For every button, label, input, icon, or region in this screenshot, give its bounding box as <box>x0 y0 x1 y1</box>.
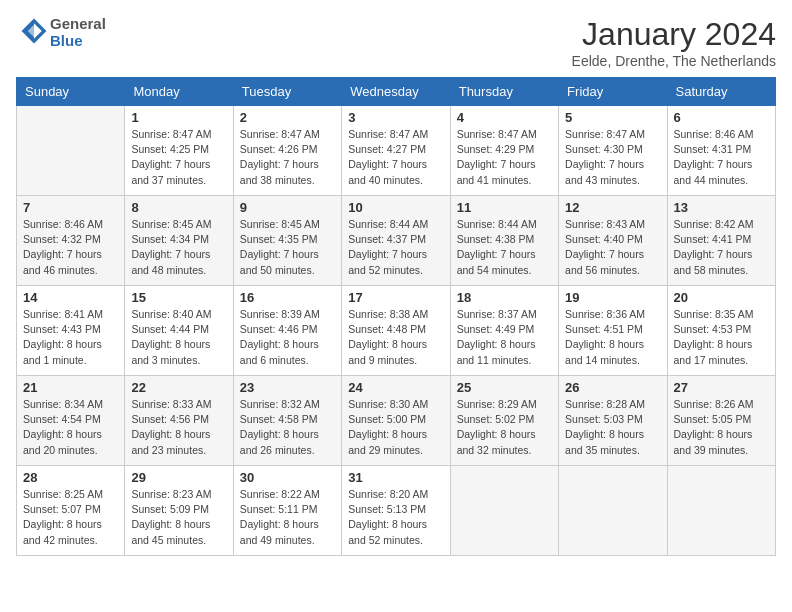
month-title: January 2024 <box>572 16 776 53</box>
calendar-cell: 6Sunrise: 8:46 AMSunset: 4:31 PMDaylight… <box>667 106 775 196</box>
weekday-header-monday: Monday <box>125 78 233 106</box>
day-info: Sunrise: 8:47 AMSunset: 4:29 PMDaylight:… <box>457 127 552 188</box>
day-info: Sunrise: 8:35 AMSunset: 4:53 PMDaylight:… <box>674 307 769 368</box>
calendar-cell: 22Sunrise: 8:33 AMSunset: 4:56 PMDayligh… <box>125 376 233 466</box>
day-number: 27 <box>674 380 769 395</box>
calendar-cell: 3Sunrise: 8:47 AMSunset: 4:27 PMDaylight… <box>342 106 450 196</box>
weekday-header-friday: Friday <box>559 78 667 106</box>
day-info: Sunrise: 8:37 AMSunset: 4:49 PMDaylight:… <box>457 307 552 368</box>
calendar-cell: 9Sunrise: 8:45 AMSunset: 4:35 PMDaylight… <box>233 196 341 286</box>
page-header: General Blue January 2024 Eelde, Drenthe… <box>16 16 776 69</box>
calendar-cell: 20Sunrise: 8:35 AMSunset: 4:53 PMDayligh… <box>667 286 775 376</box>
calendar-cell: 24Sunrise: 8:30 AMSunset: 5:00 PMDayligh… <box>342 376 450 466</box>
calendar-week-row: 7Sunrise: 8:46 AMSunset: 4:32 PMDaylight… <box>17 196 776 286</box>
day-number: 14 <box>23 290 118 305</box>
day-number: 16 <box>240 290 335 305</box>
calendar-cell: 16Sunrise: 8:39 AMSunset: 4:46 PMDayligh… <box>233 286 341 376</box>
day-number: 21 <box>23 380 118 395</box>
day-number: 12 <box>565 200 660 215</box>
calendar-cell: 25Sunrise: 8:29 AMSunset: 5:02 PMDayligh… <box>450 376 558 466</box>
calendar-cell: 29Sunrise: 8:23 AMSunset: 5:09 PMDayligh… <box>125 466 233 556</box>
calendar-cell: 2Sunrise: 8:47 AMSunset: 4:26 PMDaylight… <box>233 106 341 196</box>
day-info: Sunrise: 8:38 AMSunset: 4:48 PMDaylight:… <box>348 307 443 368</box>
calendar-cell: 1Sunrise: 8:47 AMSunset: 4:25 PMDaylight… <box>125 106 233 196</box>
logo: General Blue <box>16 16 106 49</box>
day-number: 8 <box>131 200 226 215</box>
day-info: Sunrise: 8:28 AMSunset: 5:03 PMDaylight:… <box>565 397 660 458</box>
day-number: 13 <box>674 200 769 215</box>
day-info: Sunrise: 8:30 AMSunset: 5:00 PMDaylight:… <box>348 397 443 458</box>
calendar-cell <box>667 466 775 556</box>
calendar-cell <box>17 106 125 196</box>
day-info: Sunrise: 8:29 AMSunset: 5:02 PMDaylight:… <box>457 397 552 458</box>
title-block: January 2024 Eelde, Drenthe, The Netherl… <box>572 16 776 69</box>
calendar-week-row: 14Sunrise: 8:41 AMSunset: 4:43 PMDayligh… <box>17 286 776 376</box>
day-info: Sunrise: 8:34 AMSunset: 4:54 PMDaylight:… <box>23 397 118 458</box>
calendar-cell: 15Sunrise: 8:40 AMSunset: 4:44 PMDayligh… <box>125 286 233 376</box>
day-number: 7 <box>23 200 118 215</box>
day-number: 19 <box>565 290 660 305</box>
calendar-table: SundayMondayTuesdayWednesdayThursdayFrid… <box>16 77 776 556</box>
day-info: Sunrise: 8:44 AMSunset: 4:37 PMDaylight:… <box>348 217 443 278</box>
day-number: 23 <box>240 380 335 395</box>
day-info: Sunrise: 8:26 AMSunset: 5:05 PMDaylight:… <box>674 397 769 458</box>
calendar-cell: 14Sunrise: 8:41 AMSunset: 4:43 PMDayligh… <box>17 286 125 376</box>
day-info: Sunrise: 8:25 AMSunset: 5:07 PMDaylight:… <box>23 487 118 548</box>
day-info: Sunrise: 8:20 AMSunset: 5:13 PMDaylight:… <box>348 487 443 548</box>
calendar-cell: 13Sunrise: 8:42 AMSunset: 4:41 PMDayligh… <box>667 196 775 286</box>
logo-blue: Blue <box>50 33 106 50</box>
calendar-cell: 18Sunrise: 8:37 AMSunset: 4:49 PMDayligh… <box>450 286 558 376</box>
day-info: Sunrise: 8:45 AMSunset: 4:35 PMDaylight:… <box>240 217 335 278</box>
calendar-cell <box>559 466 667 556</box>
calendar-cell: 7Sunrise: 8:46 AMSunset: 4:32 PMDaylight… <box>17 196 125 286</box>
calendar-cell: 12Sunrise: 8:43 AMSunset: 4:40 PMDayligh… <box>559 196 667 286</box>
day-info: Sunrise: 8:47 AMSunset: 4:27 PMDaylight:… <box>348 127 443 188</box>
day-number: 28 <box>23 470 118 485</box>
day-number: 26 <box>565 380 660 395</box>
day-number: 25 <box>457 380 552 395</box>
day-number: 22 <box>131 380 226 395</box>
day-number: 24 <box>348 380 443 395</box>
day-info: Sunrise: 8:39 AMSunset: 4:46 PMDaylight:… <box>240 307 335 368</box>
calendar-cell: 26Sunrise: 8:28 AMSunset: 5:03 PMDayligh… <box>559 376 667 466</box>
day-number: 29 <box>131 470 226 485</box>
day-number: 17 <box>348 290 443 305</box>
day-number: 15 <box>131 290 226 305</box>
calendar-cell: 17Sunrise: 8:38 AMSunset: 4:48 PMDayligh… <box>342 286 450 376</box>
day-info: Sunrise: 8:43 AMSunset: 4:40 PMDaylight:… <box>565 217 660 278</box>
day-info: Sunrise: 8:41 AMSunset: 4:43 PMDaylight:… <box>23 307 118 368</box>
calendar-cell: 27Sunrise: 8:26 AMSunset: 5:05 PMDayligh… <box>667 376 775 466</box>
day-info: Sunrise: 8:47 AMSunset: 4:26 PMDaylight:… <box>240 127 335 188</box>
logo-icon <box>20 17 48 45</box>
calendar-cell: 21Sunrise: 8:34 AMSunset: 4:54 PMDayligh… <box>17 376 125 466</box>
day-info: Sunrise: 8:46 AMSunset: 4:32 PMDaylight:… <box>23 217 118 278</box>
day-info: Sunrise: 8:47 AMSunset: 4:25 PMDaylight:… <box>131 127 226 188</box>
weekday-header-thursday: Thursday <box>450 78 558 106</box>
day-info: Sunrise: 8:32 AMSunset: 4:58 PMDaylight:… <box>240 397 335 458</box>
day-info: Sunrise: 8:22 AMSunset: 5:11 PMDaylight:… <box>240 487 335 548</box>
day-number: 1 <box>131 110 226 125</box>
day-info: Sunrise: 8:45 AMSunset: 4:34 PMDaylight:… <box>131 217 226 278</box>
day-info: Sunrise: 8:42 AMSunset: 4:41 PMDaylight:… <box>674 217 769 278</box>
calendar-cell: 31Sunrise: 8:20 AMSunset: 5:13 PMDayligh… <box>342 466 450 556</box>
calendar-cell: 23Sunrise: 8:32 AMSunset: 4:58 PMDayligh… <box>233 376 341 466</box>
day-number: 10 <box>348 200 443 215</box>
day-number: 5 <box>565 110 660 125</box>
location-subtitle: Eelde, Drenthe, The Netherlands <box>572 53 776 69</box>
day-number: 18 <box>457 290 552 305</box>
weekday-header-wednesday: Wednesday <box>342 78 450 106</box>
day-info: Sunrise: 8:46 AMSunset: 4:31 PMDaylight:… <box>674 127 769 188</box>
day-number: 20 <box>674 290 769 305</box>
calendar-week-row: 28Sunrise: 8:25 AMSunset: 5:07 PMDayligh… <box>17 466 776 556</box>
day-info: Sunrise: 8:40 AMSunset: 4:44 PMDaylight:… <box>131 307 226 368</box>
day-info: Sunrise: 8:36 AMSunset: 4:51 PMDaylight:… <box>565 307 660 368</box>
calendar-cell: 5Sunrise: 8:47 AMSunset: 4:30 PMDaylight… <box>559 106 667 196</box>
calendar-week-row: 21Sunrise: 8:34 AMSunset: 4:54 PMDayligh… <box>17 376 776 466</box>
calendar-week-row: 1Sunrise: 8:47 AMSunset: 4:25 PMDaylight… <box>17 106 776 196</box>
calendar-cell: 30Sunrise: 8:22 AMSunset: 5:11 PMDayligh… <box>233 466 341 556</box>
day-number: 3 <box>348 110 443 125</box>
day-number: 30 <box>240 470 335 485</box>
day-number: 4 <box>457 110 552 125</box>
day-info: Sunrise: 8:23 AMSunset: 5:09 PMDaylight:… <box>131 487 226 548</box>
calendar-cell: 19Sunrise: 8:36 AMSunset: 4:51 PMDayligh… <box>559 286 667 376</box>
